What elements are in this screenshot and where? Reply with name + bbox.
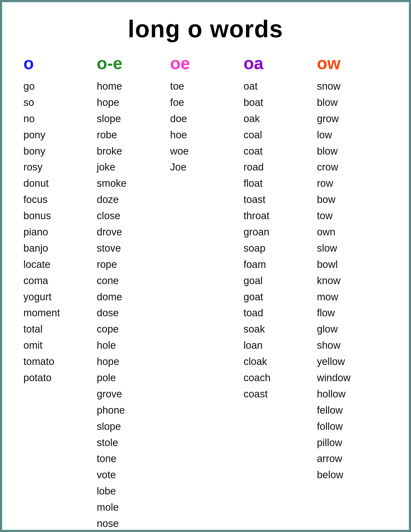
word-list-col-ow: snowblowgrowlowblowcrowrowbowtowownslowb… (317, 78, 388, 483)
word-item: lobe (97, 483, 168, 499)
word-item: tow (317, 208, 388, 224)
word-item: row (317, 176, 388, 191)
word-item: yogurt (23, 289, 94, 305)
word-item: phone (97, 402, 168, 418)
word-item: slope (97, 419, 168, 434)
column-col-ow: owsnowblowgrowlowblowcrowrowbowtowownslo… (317, 53, 388, 532)
columns-container: ogosonoponybonyrosydonutfocusbonuspianob… (18, 53, 393, 532)
word-item: goat (243, 289, 314, 305)
column-header-col-oe: oe (170, 53, 241, 73)
word-item: hope (97, 354, 168, 369)
word-item: groan (243, 224, 314, 240)
word-item: hollow (317, 386, 388, 402)
word-item: pole (97, 370, 168, 386)
word-item: omit (23, 338, 94, 353)
word-item: foam (243, 257, 314, 272)
word-item: Joe (170, 159, 241, 175)
word-item: glow (317, 321, 388, 337)
word-item: cope (97, 321, 168, 337)
page: long o words ogosonoponybonyrosydonutfoc… (0, 0, 411, 532)
word-item: stove (97, 240, 168, 256)
word-item: window (317, 370, 388, 386)
word-item: coach (243, 370, 314, 386)
column-header-col-ow: ow (317, 53, 388, 73)
word-list-col-oa: oatboatoakcoalcoatroadfloattoastthroatgr… (243, 78, 314, 402)
word-item: hoe (170, 127, 241, 143)
word-item: coast (243, 386, 314, 402)
word-item: arrow (317, 451, 388, 467)
word-item: broke (97, 143, 168, 159)
column-col-oe-magic: o-ehomehopesloperobebrokejokesmokedozecl… (97, 53, 168, 532)
word-item: follow (317, 419, 388, 434)
word-item: throat (243, 208, 314, 224)
word-item: toast (243, 192, 314, 207)
word-item: toe (170, 78, 241, 94)
word-list-col-oe-magic: homehopesloperobebrokejokesmokedozeclose… (97, 78, 168, 532)
word-item: mow (317, 289, 388, 305)
word-item: bony (23, 143, 94, 159)
word-item: blow (317, 143, 388, 159)
word-item: bow (317, 192, 388, 207)
page-title: long o words (18, 15, 393, 43)
word-item: boat (243, 95, 314, 110)
word-list-col-oe: toefoedoehoewoeJoe (170, 78, 241, 175)
word-item: toad (243, 305, 314, 321)
word-item: doe (170, 111, 241, 127)
word-item: tomato (23, 354, 94, 369)
word-item: float (243, 176, 314, 191)
word-item: pony (23, 127, 94, 143)
word-item: blow (317, 95, 388, 110)
column-col-oa: oaoatboatoakcoalcoatroadfloattoastthroat… (243, 53, 314, 532)
word-item: low (317, 127, 388, 143)
word-item: show (317, 338, 388, 353)
word-item: dome (97, 289, 168, 305)
word-item: woe (170, 143, 241, 159)
word-item: cone (97, 273, 168, 289)
word-item: potato (23, 370, 94, 386)
word-item: flow (317, 305, 388, 321)
word-item: stole (97, 435, 168, 451)
word-item: donut (23, 176, 94, 191)
word-item: so (23, 95, 94, 110)
word-item: grow (317, 111, 388, 127)
word-item: soak (243, 321, 314, 337)
word-item: foe (170, 95, 241, 110)
word-item: road (243, 159, 314, 175)
word-item: smoke (97, 176, 168, 191)
word-item: banjo (23, 240, 94, 256)
column-header-col-oa: oa (243, 53, 314, 73)
word-item: hope (97, 95, 168, 110)
word-item: piano (23, 224, 94, 240)
word-item: focus (23, 192, 94, 207)
word-item: bonus (23, 208, 94, 224)
word-item: slope (97, 111, 168, 127)
word-item: nose (97, 516, 168, 531)
column-col-o: ogosonoponybonyrosydonutfocusbonuspianob… (23, 53, 94, 532)
word-item: yellow (317, 354, 388, 369)
word-item: grove (97, 386, 168, 402)
word-item: robe (97, 127, 168, 143)
word-item: mole (97, 500, 168, 515)
word-item: locate (23, 257, 94, 272)
word-item: no (23, 111, 94, 127)
word-item: coma (23, 273, 94, 289)
column-header-col-oe-magic: o-e (97, 53, 168, 73)
word-item: bowl (317, 257, 388, 272)
word-item: oak (243, 111, 314, 127)
word-item: pillow (317, 435, 388, 451)
word-item: snow (317, 78, 388, 94)
word-item: drove (97, 224, 168, 240)
column-header-col-o: o (23, 53, 94, 73)
word-item: vote (97, 467, 168, 483)
word-item: total (23, 321, 94, 337)
word-item: cloak (243, 354, 314, 369)
word-item: coat (243, 143, 314, 159)
word-item: hole (97, 338, 168, 353)
word-item: fellow (317, 402, 388, 418)
word-item: tone (97, 451, 168, 467)
word-item: go (23, 78, 94, 94)
word-item: goal (243, 273, 314, 289)
word-item: coal (243, 127, 314, 143)
word-item: joke (97, 159, 168, 175)
word-item: doze (97, 192, 168, 207)
